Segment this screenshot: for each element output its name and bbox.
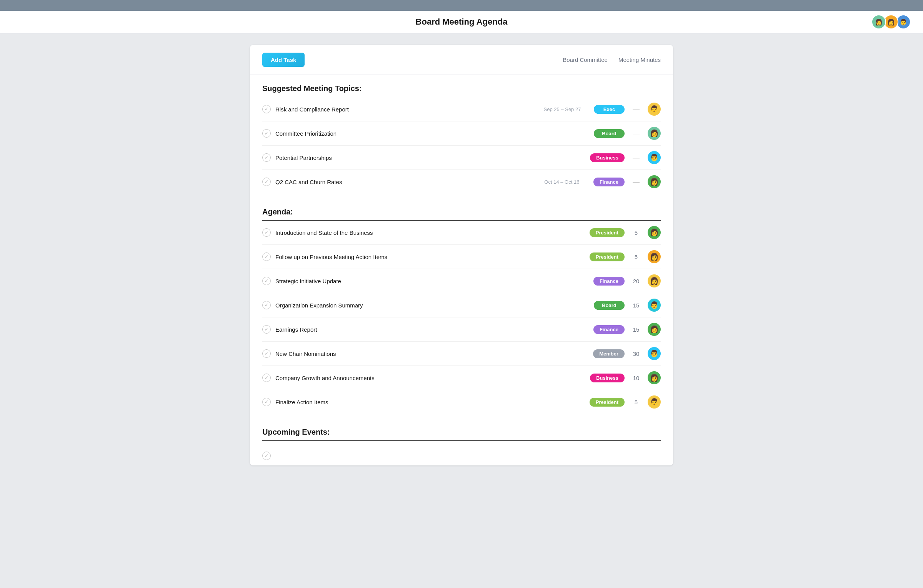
task-dash: — — [629, 178, 643, 186]
suggested-task-list: ✓ Risk and Compliance Report Sep 25 – Se… — [250, 97, 673, 194]
page-title: Board Meeting Agenda — [416, 17, 508, 27]
user-avatars: 👩 👩 👨 — [871, 15, 911, 29]
task-duration: 5 — [629, 254, 643, 260]
task-tag: Business — [590, 153, 625, 162]
task-tag: Board — [594, 129, 625, 138]
avatar-1[interactable]: 👩 — [871, 15, 886, 29]
agenda-task-row[interactable]: ✓ New Chair Nominations Member 30 👨 — [262, 342, 661, 366]
task-check-icon: ✓ — [262, 301, 271, 309]
task-name: Q2 CAC and Churn Rates — [275, 179, 530, 185]
task-check-icon: ✓ — [262, 153, 271, 162]
board-committee-link[interactable]: Board Committee — [563, 56, 608, 63]
task-check-icon: ✓ — [262, 277, 271, 285]
task-avatar: 👩 — [648, 371, 661, 384]
task-name: Finalize Action Items — [275, 399, 526, 405]
task-name: New Chair Nominations — [275, 350, 530, 357]
task-tag: Business — [590, 374, 625, 382]
header: Board Meeting Agenda 👩 👩 👨 — [0, 11, 923, 33]
suggested-task-row[interactable]: ✓ Potential Partnerships Business — 👨 — [262, 146, 661, 170]
task-tag: Finance — [593, 277, 625, 286]
top-bar — [0, 0, 923, 11]
task-avatar: 👩 — [648, 250, 661, 263]
suggested-task-row[interactable]: ✓ Risk and Compliance Report Sep 25 – Se… — [262, 97, 661, 121]
task-name: Committee Prioritization — [275, 130, 531, 137]
task-avatar: 👨 — [648, 299, 661, 312]
task-dash: — — [629, 154, 643, 162]
task-duration: 5 — [629, 399, 643, 405]
task-name: Follow up on Previous Meeting Action Ite… — [275, 254, 526, 260]
agenda-task-row[interactable]: ✓ Finalize Action Items President 5 👨 — [262, 390, 661, 414]
toolbar: Add Task Board Committee Meeting Minutes — [250, 45, 673, 75]
task-check-icon: ✓ — [262, 228, 271, 237]
task-tag: President — [590, 252, 625, 261]
task-date: Sep 25 – Sep 27 — [535, 106, 589, 112]
agenda-task-row[interactable]: ✓ Organization Expansion Summary Board 1… — [262, 293, 661, 317]
suggested-task-row[interactable]: ✓ Q2 CAC and Churn Rates Oct 14 – Oct 16… — [262, 170, 661, 194]
task-tag: Finance — [593, 325, 625, 334]
upcoming-section: Upcoming Events: ✓ — [250, 419, 673, 465]
task-name: Earnings Report — [275, 326, 530, 333]
task-check-icon: ✓ — [262, 374, 271, 382]
task-name: Organization Expansion Summary — [275, 302, 531, 309]
task-check-icon: ✓ — [262, 398, 271, 406]
suggested-section-title: Suggested Meeting Topics: — [262, 84, 661, 97]
task-name: Potential Partnerships — [275, 154, 527, 161]
task-duration: 30 — [629, 350, 643, 357]
task-avatar: 👨 — [648, 347, 661, 360]
meeting-minutes-link[interactable]: Meeting Minutes — [618, 56, 661, 63]
task-avatar: 👩 — [648, 127, 661, 140]
agenda-section-title: Agenda: — [262, 208, 661, 221]
agenda-task-list: ✓ Introduction and State of the Business… — [250, 221, 673, 414]
task-check-icon: ✓ — [262, 325, 271, 334]
toolbar-links: Board Committee Meeting Minutes — [563, 56, 661, 63]
task-avatar: 👨 — [648, 103, 661, 116]
suggested-task-row[interactable]: ✓ Committee Prioritization Board — 👩 — [262, 121, 661, 146]
task-avatar: 👨 — [648, 395, 661, 409]
suggested-section: Suggested Meeting Topics: — [250, 75, 673, 97]
task-check-icon: ✓ — [262, 252, 271, 261]
agenda-task-row[interactable]: ✓ Introduction and State of the Business… — [262, 221, 661, 245]
upcoming-partial: ✓ — [262, 446, 661, 465]
task-name: Company Growth and Announcements — [275, 375, 527, 381]
partial-check: ✓ — [262, 452, 271, 460]
task-avatar: 👩 — [648, 175, 661, 188]
task-avatar: 👩 — [648, 274, 661, 287]
task-tag: Exec — [594, 105, 625, 114]
task-tag: Finance — [593, 178, 625, 186]
task-duration: 15 — [629, 326, 643, 333]
task-duration: 10 — [629, 375, 643, 381]
agenda-section: Agenda: — [250, 198, 673, 221]
task-check-icon: ✓ — [262, 349, 271, 358]
agenda-task-row[interactable]: ✓ Follow up on Previous Meeting Action I… — [262, 245, 661, 269]
agenda-task-row[interactable]: ✓ Company Growth and Announcements Busin… — [262, 366, 661, 390]
task-avatar: 👨 — [648, 151, 661, 164]
task-dash: — — [629, 105, 643, 113]
task-duration: 20 — [629, 278, 643, 284]
add-task-button[interactable]: Add Task — [262, 53, 305, 67]
task-duration: 5 — [629, 229, 643, 236]
task-name: Risk and Compliance Report — [275, 106, 531, 113]
task-check-icon: ✓ — [262, 178, 271, 186]
task-date: Oct 14 – Oct 16 — [535, 179, 589, 185]
agenda-task-row[interactable]: ✓ Earnings Report Finance 15 👩 — [262, 317, 661, 342]
task-check-icon: ✓ — [262, 129, 271, 138]
agenda-task-row[interactable]: ✓ Strategic Initiative Update Finance 20… — [262, 269, 661, 293]
upcoming-section-title: Upcoming Events: — [262, 428, 661, 441]
task-tag: President — [590, 398, 625, 407]
task-avatar: 👩 — [648, 323, 661, 336]
task-tag: Board — [594, 301, 625, 310]
task-avatar: 👩 — [648, 226, 661, 239]
task-tag: Member — [593, 349, 625, 358]
task-tag: President — [590, 228, 625, 237]
task-name: Introduction and State of the Business — [275, 229, 526, 236]
task-duration: 15 — [629, 302, 643, 309]
main-panel: Add Task Board Committee Meeting Minutes… — [250, 45, 673, 465]
task-name: Strategic Initiative Update — [275, 278, 530, 284]
task-check-icon: ✓ — [262, 105, 271, 113]
task-dash: — — [629, 130, 643, 138]
